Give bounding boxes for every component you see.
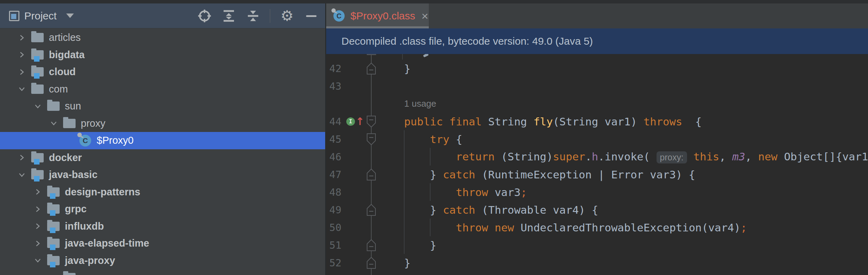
tree-item-label: bigdata	[49, 49, 85, 61]
folder-icon	[45, 99, 61, 114]
panel-title[interactable]: Project	[24, 10, 57, 22]
tree-item-label: proxy	[81, 118, 105, 129]
fold-marker-end[interactable]	[364, 62, 378, 75]
code-text[interactable]: }	[378, 257, 410, 269]
fold-marker-end[interactable]	[364, 168, 378, 181]
tree-item-$Proxy0[interactable]: C$Proxy0	[0, 132, 325, 149]
code-text[interactable]: throw new UndeclaredThrowableException(v…	[378, 221, 747, 234]
chevron-down-icon[interactable]	[66, 14, 74, 18]
line-number[interactable]: 46	[326, 151, 344, 163]
tree-item-sun[interactable]: sun	[0, 98, 325, 115]
close-icon[interactable]: ×	[422, 10, 428, 22]
code-text[interactable]: } catch (RuntimeException | Error var3) …	[378, 168, 695, 181]
tree-item-docker[interactable]: docker	[0, 149, 325, 167]
implements-method-icon[interactable]: I↑	[344, 116, 364, 127]
code-line-48: 48 throw var3;	[326, 183, 868, 201]
chevron-down-icon[interactable]	[30, 99, 45, 114]
tree-item-label: com	[49, 83, 68, 95]
chevron-right-icon[interactable]	[14, 150, 29, 165]
chevron-down-icon[interactable]	[46, 116, 61, 131]
tree-item-proxy[interactable]: proxy	[0, 115, 325, 132]
class-icon: C	[333, 10, 345, 21]
tree-item-label: java-basic	[49, 169, 97, 180]
expand-all-button[interactable]	[221, 8, 236, 24]
module-folder-icon	[45, 219, 61, 234]
code-text[interactable]: }	[378, 239, 436, 251]
chevron-spacer	[62, 133, 77, 148]
pin-icon	[77, 132, 83, 138]
tree-item-design-patterns[interactable]: design-patterns	[0, 184, 325, 201]
chevron-right-icon[interactable]	[14, 47, 29, 62]
tree-item-grpc[interactable]: grpc	[0, 201, 325, 218]
settings-button[interactable]: ⚙	[279, 8, 295, 24]
module-folder-icon	[45, 253, 61, 268]
fold-marker-start[interactable]	[364, 133, 378, 145]
line-number[interactable]: 48	[326, 186, 344, 198]
tree-item-java-proxy[interactable]: java-proxy	[0, 252, 325, 269]
code-text[interactable]: try {	[378, 133, 462, 145]
chevron-down-icon[interactable]	[14, 81, 29, 97]
module-folder-icon	[29, 64, 45, 80]
fold-marker-end[interactable]	[364, 257, 378, 269]
line-number[interactable]: 45	[326, 133, 344, 145]
expand-all-icon	[222, 9, 236, 23]
code-text[interactable]: } catch (Throwable var4) {	[378, 204, 598, 216]
tree-item-partial[interactable]	[0, 269, 325, 275]
line-number[interactable]: 51	[326, 239, 344, 251]
tree-item-label: docker	[49, 152, 82, 163]
tree-item-articles[interactable]: articles	[0, 29, 325, 46]
tree-item-label: design-patterns	[65, 186, 140, 198]
code-editor[interactable]: 42 }431 usage44I↑ public final String fl…	[326, 54, 868, 275]
module-folder-icon	[45, 236, 61, 251]
tree-item-java-elapsed-time[interactable]: java-elapsed-time	[0, 235, 325, 252]
usage-hint-text: 1 usage	[404, 98, 436, 109]
chevron-right-icon[interactable]	[30, 184, 45, 199]
code-text[interactable]: public final String fly(String var1) thr…	[378, 115, 702, 128]
editor-tab-bar: C $Proxy0.class ×	[326, 3, 868, 28]
module-folder-icon	[29, 150, 45, 165]
fold-marker-start[interactable]	[364, 115, 378, 128]
line-number[interactable]: 50	[326, 222, 344, 233]
code-text[interactable]: return (String)super.h.invoke( proxy: th…	[378, 150, 868, 163]
chevron-right-icon[interactable]	[14, 64, 29, 80]
chevron-right-icon[interactable]	[30, 202, 45, 217]
line-number[interactable]: 44	[326, 116, 344, 127]
tool-window-icon	[9, 11, 19, 21]
project-panel-header: Project	[0, 3, 325, 28]
fold-marker-end[interactable]	[364, 204, 378, 216]
code-line-50: 50 throw new UndeclaredThrowableExceptio…	[326, 219, 868, 236]
toolbar-separator	[270, 9, 270, 23]
line-number[interactable]: 49	[326, 204, 344, 216]
editor-area: C $Proxy0.class × Decompiled .class file…	[326, 3, 868, 275]
line-number[interactable]: 47	[326, 169, 344, 180]
parameter-hint: proxy:	[657, 151, 687, 163]
chevron-down-icon[interactable]	[14, 167, 29, 183]
chevron-right-icon[interactable]	[30, 236, 45, 251]
chevron-down-icon[interactable]	[30, 253, 45, 268]
tree-item-bigdata[interactable]: bigdata	[0, 46, 325, 64]
code-line-46: 46 return (String)super.h.invoke( proxy:…	[326, 148, 868, 166]
tree-item-label: java-elapsed-time	[65, 238, 149, 249]
chevron-right-icon[interactable]	[14, 30, 29, 45]
hide-panel-button[interactable]	[304, 8, 319, 24]
tree-item-com[interactable]: com	[0, 81, 325, 98]
tree-item-cloud[interactable]: cloud	[0, 63, 325, 81]
locate-file-button[interactable]	[197, 8, 212, 24]
line-number[interactable]: 43	[326, 80, 344, 92]
fold-marker-end[interactable]	[364, 239, 378, 251]
clipped-code-line	[423, 54, 429, 57]
line-number[interactable]: 52	[326, 257, 344, 269]
chevron-right-icon[interactable]	[30, 219, 45, 234]
collapse-all-button[interactable]	[245, 8, 261, 24]
up-arrow-icon: ↑	[356, 116, 364, 127]
fold-marker-cut	[367, 54, 376, 55]
locate-icon	[198, 9, 211, 23]
tab-proxy0-class[interactable]: C $Proxy0.class ×	[326, 3, 429, 28]
line-number[interactable]: 42	[326, 63, 344, 74]
code-text[interactable]: }	[378, 62, 410, 75]
code-text[interactable]: throw var3;	[378, 186, 527, 198]
usage-hint[interactable]: 1 usage	[404, 95, 612, 113]
tree-item-influxdb[interactable]: influxdb	[0, 218, 325, 235]
tree-item-java-basic[interactable]: java-basic	[0, 166, 325, 184]
code-line-51: 51 }	[326, 236, 868, 254]
